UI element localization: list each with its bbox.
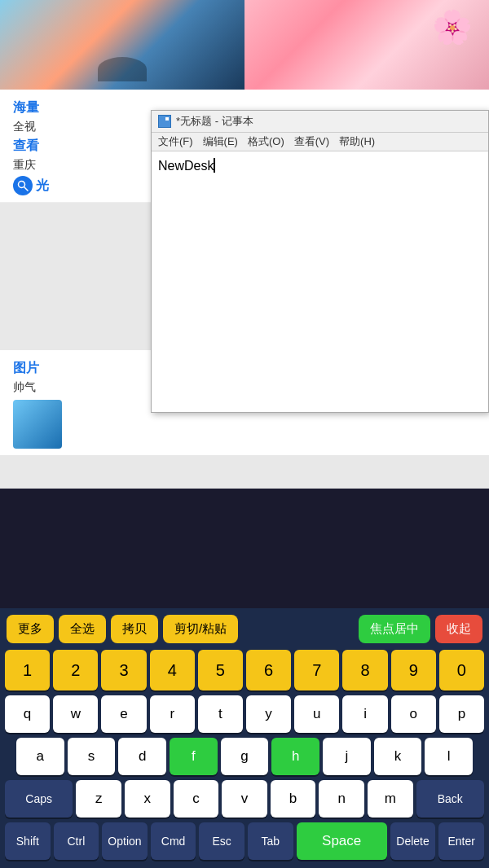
key-f[interactable]: f <box>170 738 218 775</box>
toolbar-more-button[interactable]: 更多 <box>7 615 54 643</box>
menu-format[interactable]: 格式(O) <box>248 134 284 149</box>
toolbar-cut-paste-button[interactable]: 剪切/粘贴 <box>163 615 238 643</box>
notepad-app-icon <box>158 115 171 128</box>
key-esc[interactable]: Esc <box>199 822 244 860</box>
key-back[interactable]: Back <box>416 780 484 818</box>
key-q[interactable]: q <box>5 695 50 733</box>
toolbar-copy-button[interactable]: 拷贝 <box>111 615 158 643</box>
toolbar-select-all-button[interactable]: 全选 <box>59 615 106 643</box>
key-t[interactable]: t <box>198 695 243 733</box>
key-u[interactable]: u <box>294 695 339 733</box>
image-right <box>244 0 489 90</box>
menu-edit[interactable]: 编辑(E) <box>203 134 238 149</box>
notepad-menubar: 文件(F) 编辑(E) 格式(O) 查看(V) 帮助(H) <box>152 133 488 151</box>
svg-line-1 <box>24 187 29 191</box>
key-p[interactable]: p <box>439 695 484 733</box>
notepad-content[interactable]: NewDesk <box>152 151 488 412</box>
key-x[interactable]: x <box>125 780 170 818</box>
key-cmd[interactable]: Cmd <box>151 822 196 860</box>
key-space[interactable]: Space <box>297 822 387 860</box>
key-0[interactable]: 0 <box>439 650 484 690</box>
key-ctrl[interactable]: Ctrl <box>54 822 99 860</box>
key-4[interactable]: 4 <box>150 650 195 690</box>
key-e[interactable]: e <box>101 695 146 733</box>
key-i[interactable]: i <box>342 695 387 733</box>
key-delete[interactable]: Delete <box>390 822 436 860</box>
menu-view[interactable]: 查看(V) <box>294 134 329 149</box>
key-s[interactable]: s <box>68 738 116 775</box>
key-b[interactable]: b <box>271 780 316 818</box>
keyboard: 更多 全选 拷贝 剪切/粘贴 粘 焦点居中 收起 1 2 3 4 5 6 7 8… <box>0 608 489 868</box>
notepad-text: NewDesk <box>158 159 214 173</box>
key-2[interactable]: 2 <box>53 650 98 690</box>
key-5[interactable]: 5 <box>198 650 243 690</box>
key-k[interactable]: k <box>374 738 422 775</box>
notepad-window: *无标题 - 记事本 文件(F) 编辑(E) 格式(O) 查看(V) 帮助(H)… <box>151 110 489 413</box>
toolbar-focus-button[interactable]: 焦点居中 <box>359 615 430 643</box>
key-o[interactable]: o <box>391 695 436 733</box>
key-n[interactable]: n <box>319 780 364 818</box>
key-row-2: a s d f g h j k l <box>3 738 486 775</box>
key-enter[interactable]: Enter <box>438 822 484 860</box>
notepad-titlebar: *无标题 - 记事本 <box>152 111 488 133</box>
key-3[interactable]: 3 <box>101 650 146 690</box>
thumbnail <box>13 400 62 449</box>
key-h[interactable]: h <box>271 738 319 775</box>
text-cursor <box>214 158 215 173</box>
number-row: 1 2 3 4 5 6 7 8 9 0 <box>3 650 486 690</box>
toolbar-dismiss-button[interactable]: 收起 <box>435 615 482 643</box>
key-r[interactable]: r <box>150 695 195 733</box>
menu-help[interactable]: 帮助(H) <box>339 134 375 149</box>
key-m[interactable]: m <box>368 780 413 818</box>
key-shift[interactable]: Shift <box>5 822 51 860</box>
web-search-label[interactable]: 光 <box>36 178 49 195</box>
key-d[interactable]: d <box>118 738 166 775</box>
key-y[interactable]: y <box>246 695 291 733</box>
key-c[interactable]: c <box>174 780 219 818</box>
key-j[interactable]: j <box>323 738 371 775</box>
key-tab[interactable]: Tab <box>248 822 293 860</box>
key-v[interactable]: v <box>222 780 267 818</box>
image-left <box>0 0 244 90</box>
key-9[interactable]: 9 <box>391 650 436 690</box>
key-option[interactable]: Option <box>102 822 148 860</box>
key-caps[interactable]: Caps <box>5 780 73 818</box>
key-z[interactable]: z <box>76 780 121 818</box>
key-7[interactable]: 7 <box>294 650 339 690</box>
search-icon <box>13 176 33 195</box>
key-row-1: q w e r t y u i o p <box>3 695 486 733</box>
key-1[interactable]: 1 <box>5 650 50 690</box>
image-strip <box>0 0 489 90</box>
key-row-bottom: Shift Ctrl Option Cmd Esc Tab Space Dele… <box>3 822 486 860</box>
key-8[interactable]: 8 <box>342 650 387 690</box>
key-g[interactable]: g <box>221 738 269 775</box>
key-w[interactable]: w <box>53 695 98 733</box>
toolbar-row: 更多 全选 拷贝 剪切/粘贴 粘 焦点居中 收起 <box>3 615 486 643</box>
key-a[interactable]: a <box>16 738 64 775</box>
key-row-3: Caps z x c v b n m Back <box>3 780 486 818</box>
key-l[interactable]: l <box>425 738 473 775</box>
menu-file[interactable]: 文件(F) <box>158 134 193 149</box>
key-6[interactable]: 6 <box>246 650 291 690</box>
notepad-title: *无标题 - 记事本 <box>176 114 482 129</box>
